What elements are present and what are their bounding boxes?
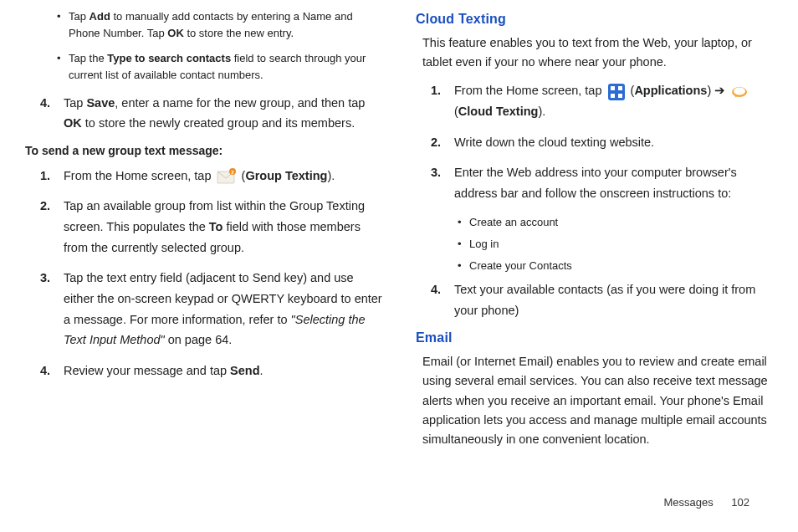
bullet-add-contact: • Tap Add to manually add contacts by en… [57,8,382,42]
cloud-step-2: 2. Write down the cloud texting website. [431,132,773,153]
step-save-group: 4. Tap Save, enter a name for the new gr… [40,93,382,134]
cloud-step-3: 3. Enter the Web address into your compu… [431,162,773,203]
applications-icon [607,83,626,101]
group-step-3: 3. Tap the text entry field (adjacent to… [40,268,382,350]
cloud-texting-icon [730,84,749,100]
cloud-sub-login: •Log in [458,236,773,253]
email-intro: Email (or Internet Email) enables you to… [422,352,773,449]
svg-point-9 [734,87,745,95]
right-column: Cloud Texting This feature enables you t… [416,8,773,458]
footer-page-number: 102 [731,496,749,509]
cloud-intro: This feature enables you to text from th… [422,33,773,72]
svg-rect-7 [618,94,622,98]
group-texting-icon: 2 [217,168,237,185]
svg-rect-4 [611,86,615,90]
cloud-step-4: 4. Text your available contacts (as if y… [431,279,773,320]
group-step-1: 1. From the Home screen, tap 2 (Group Te… [40,166,382,187]
bullet-search-contacts: • Tap the Type to search contacts field … [57,50,382,84]
svg-rect-6 [611,94,615,98]
heading-email: Email [416,330,773,345]
group-step-4: 4. Review your message and tap Send. [40,361,382,381]
cloud-step-1: 1. From the Home screen, tap (Applicatio… [431,80,773,121]
footer-section: Messages [663,496,713,509]
subhead-send-group: To send a new group text message: [25,144,382,157]
left-column: • Tap Add to manually add contacts by en… [25,8,382,458]
page-footer: Messages 102 [663,496,749,509]
group-step-2: 2. Tap an available group from list with… [40,196,382,258]
heading-cloud-texting: Cloud Texting [416,12,773,27]
svg-rect-5 [618,86,622,90]
cloud-sub-create-contacts: •Create your Contacts [458,258,773,274]
cloud-sub-create-account: •Create an account [458,214,773,231]
